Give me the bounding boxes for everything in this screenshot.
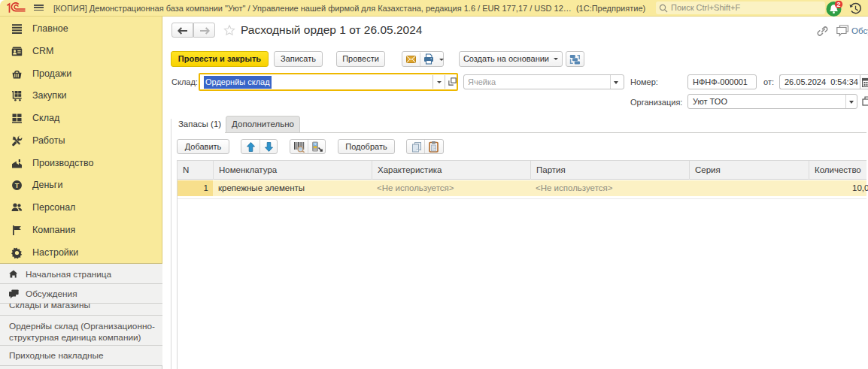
svg-text:2: 2 [836, 1, 840, 8]
svg-text:Т: Т [15, 182, 20, 189]
